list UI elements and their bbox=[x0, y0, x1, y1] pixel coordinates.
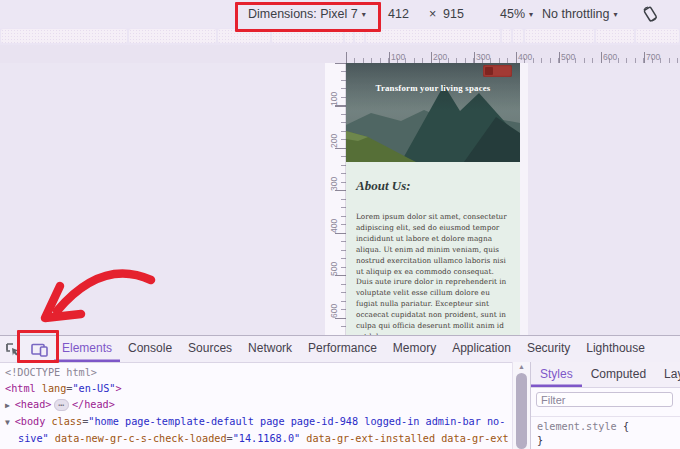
styles-filter-row bbox=[531, 392, 680, 417]
about-heading: About Us: bbox=[356, 178, 510, 194]
dom-tree: <!DOCTYPE html><html lang="en-US">▶ <hea… bbox=[0, 362, 512, 449]
ruler-label: 300 bbox=[329, 169, 340, 191]
dom-tree-node[interactable]: sive" data-new-gr-c-s-check-loaded="14.1… bbox=[5, 431, 512, 447]
elements-scrollbar[interactable]: ▲ bbox=[512, 362, 530, 449]
chevron-down-icon: ▾ bbox=[613, 10, 617, 19]
vertical-ruler: 100 200 300 400 500 600 bbox=[325, 63, 346, 335]
device-screen: Transform your living spaces About Us: L… bbox=[346, 63, 520, 335]
media-query-segment[interactable] bbox=[525, 29, 594, 43]
rotate-device-button[interactable] bbox=[641, 5, 659, 23]
ruler-label: 400 bbox=[329, 211, 340, 233]
media-query-segment[interactable] bbox=[1, 29, 127, 43]
mobile-menu-button[interactable] bbox=[483, 65, 512, 77]
ruler-label: 600 bbox=[329, 296, 340, 318]
horizontal-ruler: 100 200 300 400 500 600 700 bbox=[0, 45, 680, 63]
ruler-label: 100 bbox=[329, 84, 340, 106]
tab-security[interactable]: Security bbox=[519, 336, 578, 362]
media-query-segment[interactable] bbox=[129, 29, 216, 43]
ruler-label: 600 bbox=[603, 52, 617, 62]
ruler-label: 500 bbox=[329, 254, 340, 276]
about-paragraph: Lorem ipsum dolor sit amet, consectetur … bbox=[356, 212, 510, 335]
mountain-photo bbox=[346, 63, 520, 162]
tab-console[interactable]: Console bbox=[120, 336, 180, 362]
styles-tab-bar: Styles Computed Layout bbox=[531, 362, 680, 388]
zoom-dropdown[interactable]: 45%▾ bbox=[500, 0, 533, 28]
ruler-label: 400 bbox=[518, 52, 532, 62]
device-width-field[interactable]: 412 bbox=[388, 0, 409, 28]
dom-tree-node[interactable]: ▼ <body class="home page-template-defaul… bbox=[5, 414, 512, 431]
dom-tree-node[interactable]: ▶ <head>⋯</head> bbox=[5, 397, 512, 414]
chevron-down-icon: ▾ bbox=[529, 10, 533, 19]
styles-filter-input[interactable] bbox=[536, 392, 673, 407]
media-query-segment[interactable] bbox=[366, 29, 500, 43]
hero-title: Transform your living spaces bbox=[346, 83, 520, 93]
ruler-label: 100 bbox=[391, 52, 405, 62]
ruler-label: 500 bbox=[561, 52, 575, 62]
scroll-up-arrow-icon[interactable]: ▲ bbox=[513, 362, 530, 372]
styles-pane: Styles Computed Layout element.style { } bbox=[530, 362, 680, 449]
media-query-segment[interactable] bbox=[513, 29, 523, 43]
element-style-rule[interactable]: element.style { } bbox=[531, 417, 680, 449]
rotate-device-icon bbox=[641, 5, 659, 23]
device-height-field[interactable]: 915 bbox=[443, 0, 464, 28]
zoom-value: 45% bbox=[500, 7, 525, 21]
annotation-box-dimensions bbox=[235, 2, 381, 32]
throttling-dropdown[interactable]: No throttling▾ bbox=[542, 0, 617, 28]
tab-computed[interactable]: Computed bbox=[582, 362, 655, 387]
media-query-segment[interactable] bbox=[596, 29, 634, 43]
tab-sources[interactable]: Sources bbox=[180, 336, 240, 362]
about-section: About Us: Lorem ipsum dolor sit amet, co… bbox=[346, 162, 520, 335]
tab-application[interactable]: Application bbox=[444, 336, 519, 362]
rule-selector: element.style bbox=[537, 421, 617, 432]
ruler-label: 200 bbox=[433, 52, 447, 62]
media-query-segment[interactable] bbox=[636, 29, 679, 43]
device-viewport-area: 100 200 300 400 500 600 bbox=[0, 63, 680, 335]
open-brace: { bbox=[623, 421, 629, 432]
throttling-value: No throttling bbox=[542, 7, 609, 21]
hero-section: Transform your living spaces bbox=[346, 63, 520, 162]
tab-network[interactable]: Network bbox=[240, 336, 300, 362]
tab-memory[interactable]: Memory bbox=[385, 336, 444, 362]
dimensions-multiply-sign: × bbox=[429, 0, 436, 28]
devtools-panel: Elements Console Sources Network Perform… bbox=[0, 335, 680, 449]
ruler-label: 700 bbox=[646, 52, 660, 62]
media-query-segment[interactable] bbox=[502, 29, 511, 43]
ruler-label: 200 bbox=[329, 126, 340, 148]
devtools-window: Dimensions: Pixel 7▾ 412 × 915 45%▾ No t… bbox=[0, 0, 680, 449]
tab-styles[interactable]: Styles bbox=[531, 362, 582, 387]
device-page-scrollbar[interactable] bbox=[520, 63, 528, 335]
annotation-box-device-toggle bbox=[17, 330, 59, 363]
dom-tree-node[interactable]: <html lang="en-US"> bbox=[5, 381, 512, 397]
devtools-tab-bar: Elements Console Sources Network Perform… bbox=[0, 336, 680, 363]
tab-lighthouse[interactable]: Lighthouse bbox=[578, 336, 653, 362]
ruler-label: 300 bbox=[476, 52, 490, 62]
tab-performance[interactable]: Performance bbox=[300, 336, 385, 362]
close-brace: } bbox=[537, 435, 543, 446]
tab-layout[interactable]: Layout bbox=[655, 362, 680, 387]
scrollbar-thumb[interactable] bbox=[516, 373, 527, 449]
dom-tree-node[interactable]: <!DOCTYPE html> bbox=[5, 365, 512, 381]
tab-elements[interactable]: Elements bbox=[54, 336, 120, 362]
